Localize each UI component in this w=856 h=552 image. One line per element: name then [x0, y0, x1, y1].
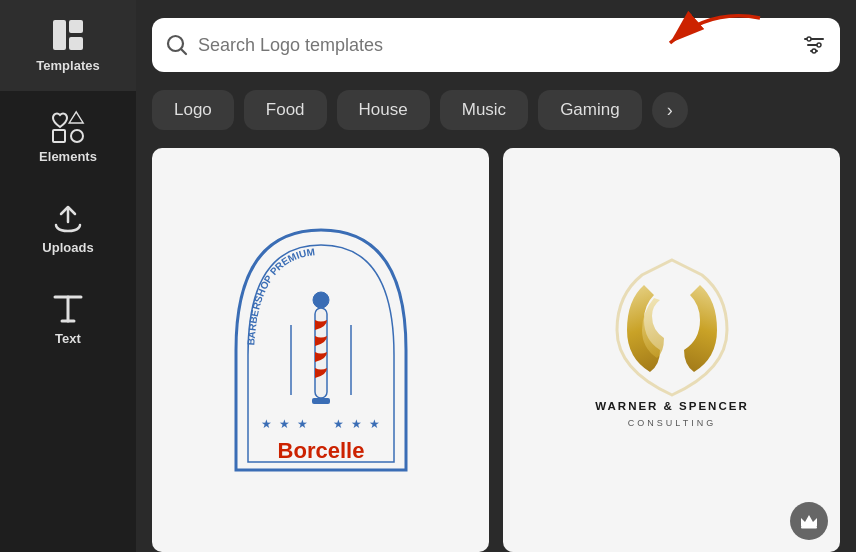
- svg-text:CONSULTING: CONSULTING: [627, 418, 715, 428]
- chip-gaming[interactable]: Gaming: [538, 90, 642, 130]
- sidebar-item-text-label: Text: [55, 331, 81, 346]
- svg-point-9: [807, 37, 811, 41]
- sidebar-item-templates-label: Templates: [36, 58, 99, 73]
- sidebar-item-templates[interactable]: Templates: [0, 0, 136, 91]
- barbershop-content: BARBERSHOP PREMIUM: [152, 148, 489, 552]
- svg-rect-3: [53, 130, 65, 142]
- uploads-icon: [51, 200, 85, 234]
- search-bar: [152, 18, 840, 72]
- search-input[interactable]: [198, 35, 792, 56]
- svg-point-11: [812, 49, 816, 53]
- svg-point-14: [313, 292, 329, 308]
- svg-point-4: [71, 130, 83, 142]
- template-card-warner[interactable]: WARNER & SPENCER CONSULTING: [503, 148, 840, 552]
- svg-rect-0: [53, 20, 66, 50]
- svg-text:★: ★: [296, 417, 307, 431]
- elements-icon: [51, 109, 85, 143]
- svg-point-10: [817, 43, 821, 47]
- svg-text:Borcelle: Borcelle: [277, 438, 364, 463]
- templates-icon: [51, 18, 85, 52]
- warner-content: WARNER & SPENCER CONSULTING: [503, 148, 840, 552]
- search-icon: [166, 34, 188, 56]
- svg-text:WARNER & SPENCER: WARNER & SPENCER: [595, 400, 748, 412]
- template-grid: BARBERSHOP PREMIUM: [152, 148, 840, 552]
- svg-text:★: ★: [332, 417, 343, 431]
- text-icon: [53, 291, 83, 325]
- chip-logo[interactable]: Logo: [152, 90, 234, 130]
- chip-house[interactable]: House: [337, 90, 430, 130]
- search-bar-container: [152, 18, 840, 72]
- sidebar-item-elements-label: Elements: [39, 149, 97, 164]
- sidebar-item-uploads-label: Uploads: [42, 240, 93, 255]
- sidebar-item-text[interactable]: Text: [0, 273, 136, 364]
- svg-text:★: ★: [278, 417, 289, 431]
- chip-food[interactable]: Food: [244, 90, 327, 130]
- svg-text:★: ★: [368, 417, 379, 431]
- main-content: Logo Food House Music Gaming › BARBERSHO…: [136, 0, 856, 552]
- chip-next-arrow[interactable]: ›: [652, 92, 688, 128]
- svg-text:★: ★: [350, 417, 361, 431]
- svg-rect-2: [69, 37, 83, 50]
- svg-rect-16: [312, 398, 330, 404]
- chip-music[interactable]: Music: [440, 90, 528, 130]
- svg-rect-28: [801, 526, 817, 529]
- svg-rect-1: [69, 20, 83, 33]
- svg-text:★: ★: [260, 417, 271, 431]
- sidebar-item-elements[interactable]: Elements: [0, 91, 136, 182]
- filter-icon[interactable]: [802, 33, 826, 57]
- category-chips: Logo Food House Music Gaming ›: [152, 90, 840, 130]
- crown-badge: [790, 502, 828, 540]
- sidebar-item-uploads[interactable]: Uploads: [0, 182, 136, 273]
- sidebar: Templates Elements Upload: [0, 0, 136, 552]
- template-card-barbershop[interactable]: BARBERSHOP PREMIUM: [152, 148, 489, 552]
